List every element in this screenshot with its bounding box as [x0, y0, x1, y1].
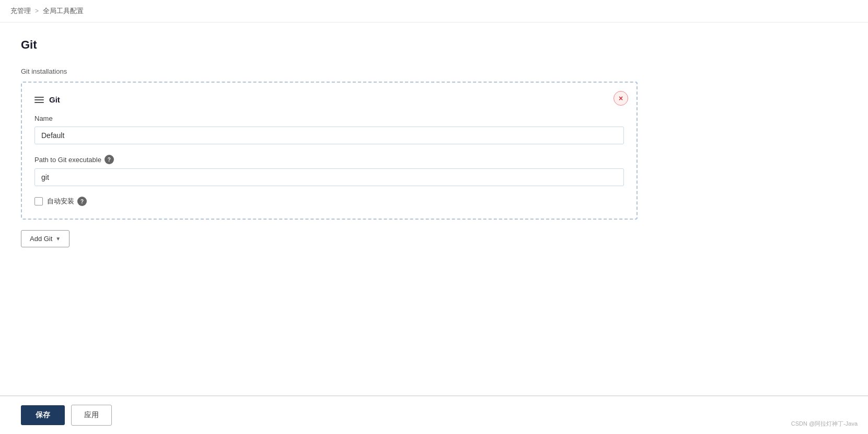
name-label: Name	[34, 115, 624, 122]
add-git-button[interactable]: Add Git ▼	[21, 230, 70, 247]
auto-install-label[interactable]: 自动安装 ?	[47, 197, 87, 206]
breadcrumb-current: 全局工具配置	[43, 6, 84, 16]
name-field-group: Name	[34, 115, 624, 144]
save-button[interactable]: 保存	[21, 405, 65, 425]
footer-bar: 保存 应用	[0, 395, 868, 434]
path-help-icon[interactable]: ?	[105, 155, 114, 164]
breadcrumb-parent: 充管理	[10, 6, 31, 16]
page-title: Git	[21, 38, 711, 52]
auto-install-checkbox[interactable]	[34, 197, 43, 205]
path-field-group: Path to Git executable ?	[34, 155, 624, 186]
name-input[interactable]	[34, 127, 624, 144]
auto-install-group: 自动安装 ?	[34, 197, 624, 206]
auto-install-help-icon[interactable]: ?	[77, 197, 87, 206]
breadcrumb-separator: >	[35, 7, 39, 15]
path-label: Path to Git executable ?	[34, 155, 624, 164]
card-header: Git	[34, 95, 624, 104]
drag-handle-icon[interactable]	[34, 97, 44, 103]
git-installation-card: Git × Name Path to Git executable ?	[21, 82, 638, 220]
apply-button[interactable]: 应用	[71, 405, 112, 426]
remove-git-button[interactable]: ×	[614, 91, 628, 106]
watermark: CSDN @阿拉灯神丁-Java	[791, 420, 858, 428]
page-container: 充管理 > 全局工具配置 Git Git installations Git ×	[0, 0, 868, 434]
main-content: Git Git installations Git × Name	[0, 22, 732, 395]
path-input[interactable]	[34, 168, 624, 186]
breadcrumb: 充管理 > 全局工具配置	[0, 0, 868, 22]
git-installations-label: Git installations	[21, 67, 711, 75]
add-git-dropdown-arrow: ▼	[55, 236, 61, 242]
card-title: Git	[49, 95, 60, 104]
